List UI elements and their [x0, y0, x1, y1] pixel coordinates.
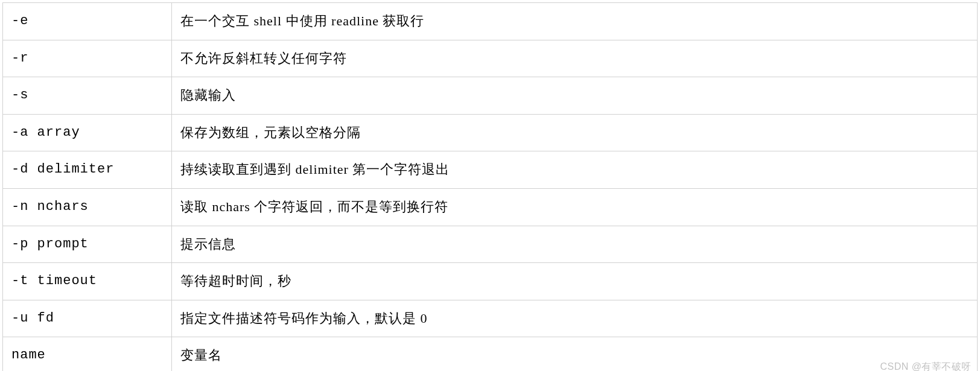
description-cell: 不允许反斜杠转义任何字符	[172, 40, 978, 77]
table-row: -a array 保存为数组，元素以空格分隔	[3, 114, 978, 151]
description-cell: 在一个交互 shell 中使用 readline 获取行	[172, 3, 978, 40]
table-row: -e 在一个交互 shell 中使用 readline 获取行	[3, 3, 978, 40]
table-row: -d delimiter 持续读取直到遇到 delimiter 第一个字符退出	[3, 151, 978, 189]
option-cell: -n nchars	[3, 188, 172, 226]
option-cell: -e	[3, 3, 172, 40]
watermark: CSDN @有莘不破呀	[880, 361, 972, 371]
options-table-body: -e 在一个交互 shell 中使用 readline 获取行 -r 不允许反斜…	[3, 3, 978, 372]
options-table: -e 在一个交互 shell 中使用 readline 获取行 -r 不允许反斜…	[2, 2, 978, 371]
description-cell: 变量名	[172, 337, 978, 371]
table-row: -n nchars 读取 nchars 个字符返回，而不是等到换行符	[3, 188, 978, 226]
description-cell: 读取 nchars 个字符返回，而不是等到换行符	[172, 188, 978, 226]
table-row: -t timeout 等待超时时间，秒	[3, 263, 978, 300]
table-row: -s 隐藏输入	[3, 77, 978, 115]
option-cell: -d delimiter	[3, 151, 172, 189]
description-cell: 持续读取直到遇到 delimiter 第一个字符退出	[172, 151, 978, 189]
option-cell: -s	[3, 77, 172, 115]
table-row: -r 不允许反斜杠转义任何字符	[3, 40, 978, 77]
table-row: -p prompt 提示信息	[3, 226, 978, 263]
description-cell: 指定文件描述符号码作为输入，默认是 0	[172, 300, 978, 337]
option-cell: name	[3, 337, 172, 371]
option-cell: -r	[3, 40, 172, 77]
description-cell: 等待超时时间，秒	[172, 263, 978, 300]
option-cell: -t timeout	[3, 263, 172, 300]
option-cell: -p prompt	[3, 226, 172, 263]
table-row: -u fd 指定文件描述符号码作为输入，默认是 0	[3, 300, 978, 337]
description-cell: 隐藏输入	[172, 77, 978, 115]
option-cell: -u fd	[3, 300, 172, 337]
option-cell: -a array	[3, 114, 172, 151]
description-cell: 提示信息	[172, 226, 978, 263]
table-row: name 变量名	[3, 337, 978, 371]
description-cell: 保存为数组，元素以空格分隔	[172, 114, 978, 151]
